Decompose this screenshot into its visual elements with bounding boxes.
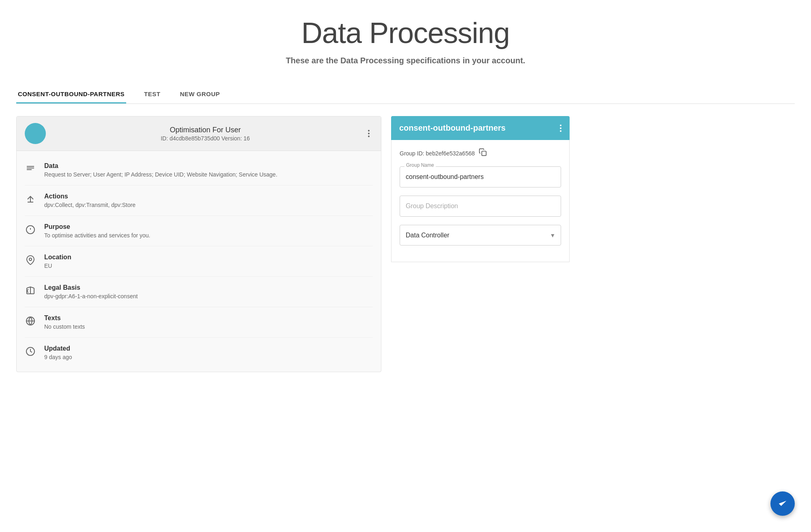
globe-icon bbox=[25, 315, 36, 327]
actions-label: Actions bbox=[44, 193, 136, 200]
group-description-field bbox=[400, 196, 561, 217]
avatar bbox=[25, 123, 46, 144]
updated-label: Updated bbox=[44, 345, 72, 352]
clock-icon bbox=[25, 346, 36, 357]
updated-value: 9 days ago bbox=[44, 354, 72, 360]
card-title: Optimisation For User bbox=[52, 126, 358, 134]
group-body: Group ID: beb2ef6e532a6568 Group Name bbox=[391, 140, 570, 262]
actions-icon bbox=[25, 194, 36, 205]
location-label: Location bbox=[44, 254, 71, 261]
purpose-row: Purpose To optimise activities and servi… bbox=[25, 216, 373, 246]
page-title: Data Processing bbox=[8, 16, 803, 50]
texts-label: Texts bbox=[44, 314, 85, 322]
location-row: Location EU bbox=[25, 246, 373, 277]
card-header-info: Optimisation For User ID: d4cdb8e85b735d… bbox=[52, 126, 358, 142]
purpose-icon bbox=[25, 224, 36, 235]
location-value: EU bbox=[44, 263, 71, 269]
group-id-label: Group ID: beb2ef6e532a6568 bbox=[400, 150, 475, 157]
legal-basis-label: Legal Basis bbox=[44, 284, 138, 291]
data-icon bbox=[25, 163, 36, 174]
page-header: Data Processing These are the Data Proce… bbox=[0, 0, 811, 73]
updated-content: Updated 9 days ago bbox=[44, 345, 72, 360]
card-header: Optimisation For User ID: d4cdb8e85b735d… bbox=[17, 116, 381, 151]
legal-basis-value: dpv-gdpr:A6-1-a-non-explicit-consent bbox=[44, 293, 138, 299]
card-id-version: ID: d4cdb8e85b735d00 Version: 16 bbox=[52, 135, 358, 142]
actions-value: dpv:Collect, dpv:Transmit, dpv:Store bbox=[44, 202, 136, 208]
purpose-value: To optimise activities and services for … bbox=[44, 232, 150, 239]
legal-icon bbox=[25, 285, 36, 296]
actions-content: Actions dpv:Collect, dpv:Transmit, dpv:S… bbox=[44, 193, 136, 208]
svg-point-8 bbox=[29, 258, 32, 261]
data-label: Data bbox=[44, 162, 278, 170]
processing-card: Optimisation For User ID: d4cdb8e85b735d… bbox=[16, 116, 381, 372]
location-icon bbox=[25, 254, 36, 266]
location-content: Location EU bbox=[44, 254, 71, 269]
data-controller-field: Data Controller ▼ bbox=[400, 225, 561, 246]
tab-consent-outbound-partners[interactable]: CONSENT-OUTBOUND-PARTNERS bbox=[16, 86, 126, 103]
group-name-title: consent-outbound-partners bbox=[399, 123, 506, 133]
tab-test[interactable]: TEST bbox=[142, 86, 162, 103]
copy-icon[interactable] bbox=[479, 148, 487, 158]
group-name-label: Group Name bbox=[404, 162, 436, 168]
updated-row: Updated 9 days ago bbox=[25, 338, 373, 368]
texts-content: Texts No custom texts bbox=[44, 314, 85, 330]
right-panel: consent-outbound-partners Group ID: beb2… bbox=[391, 116, 570, 372]
left-panel: Optimisation For User ID: d4cdb8e85b735d… bbox=[16, 116, 381, 372]
fab-button[interactable] bbox=[770, 491, 795, 516]
main-content: Optimisation For User ID: d4cdb8e85b735d… bbox=[16, 116, 795, 372]
texts-row: Texts No custom texts bbox=[25, 307, 373, 338]
page-subtitle: These are the Data Processing specificat… bbox=[8, 56, 803, 65]
tabs-bar: CONSENT-OUTBOUND-PARTNERS TEST NEW GROUP bbox=[16, 86, 795, 104]
legal-basis-row: Legal Basis dpv-gdpr:A6-1-a-non-explicit… bbox=[25, 277, 373, 307]
texts-value: No custom texts bbox=[44, 323, 85, 330]
group-name-input[interactable] bbox=[400, 166, 561, 187]
purpose-content: Purpose To optimise activities and servi… bbox=[44, 223, 150, 239]
group-menu-button[interactable] bbox=[560, 125, 561, 132]
purpose-label: Purpose bbox=[44, 223, 150, 230]
legal-basis-content: Legal Basis dpv-gdpr:A6-1-a-non-explicit… bbox=[44, 284, 138, 299]
group-name-field: Group Name bbox=[400, 166, 561, 187]
tab-new-group[interactable]: NEW GROUP bbox=[178, 86, 222, 103]
card-menu-button[interactable] bbox=[365, 128, 373, 139]
actions-row: Actions dpv:Collect, dpv:Transmit, dpv:S… bbox=[25, 185, 373, 216]
data-controller-select[interactable]: Data Controller bbox=[400, 225, 561, 246]
data-value: Request to Server; User Agent; IP Addres… bbox=[44, 171, 278, 178]
data-row: Data Request to Server; User Agent; IP A… bbox=[25, 155, 373, 185]
svg-rect-13 bbox=[482, 151, 486, 156]
group-id-row: Group ID: beb2ef6e532a6568 bbox=[400, 148, 561, 158]
card-body: Data Request to Server; User Agent; IP A… bbox=[17, 151, 381, 372]
group-header: consent-outbound-partners bbox=[391, 116, 570, 140]
data-content: Data Request to Server; User Agent; IP A… bbox=[44, 162, 278, 178]
group-description-input[interactable] bbox=[400, 196, 561, 217]
